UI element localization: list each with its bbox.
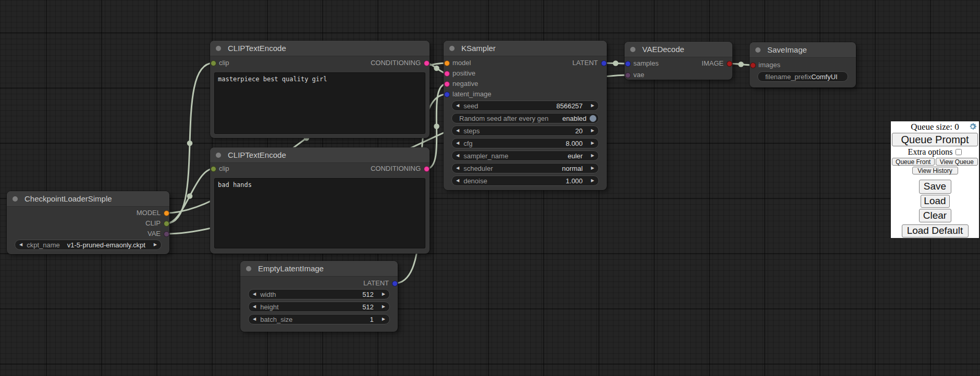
increment-arrow-icon[interactable]: ▶ xyxy=(378,302,389,312)
input-port-latent-image[interactable] xyxy=(444,92,450,97)
widget-value: enabled xyxy=(562,115,586,122)
node-title-text: CLIPTextEncode xyxy=(228,41,286,56)
decrement-arrow-icon[interactable]: ◀ xyxy=(249,302,260,312)
decrement-arrow-icon[interactable]: ◀ xyxy=(452,151,463,161)
node-graph-layer: CheckpointLoaderSimpleMODELCLIPVAE◀ckpt_… xyxy=(0,0,980,376)
node-title-bar[interactable]: SaveImage xyxy=(750,42,856,58)
widget-filename-prefix[interactable]: filename_prefixComfyUI xyxy=(757,71,848,82)
queue-size-label: Queue size: 0 xyxy=(911,122,959,132)
view-queue-button[interactable]: View Queue xyxy=(936,158,978,166)
widget-cfg[interactable]: ◀cfg8.000▶ xyxy=(451,138,599,148)
collapse-dot-icon[interactable] xyxy=(246,266,251,271)
widget-steps[interactable]: ◀steps20▶ xyxy=(451,126,599,136)
widget-ckpt-name[interactable]: ◀ckpt_namev1-5-pruned-emaonly.ckpt▶ xyxy=(15,240,162,250)
node-title-bar[interactable]: EmptyLatentImage xyxy=(240,261,398,277)
increment-arrow-icon[interactable]: ▶ xyxy=(587,138,598,148)
widget-value: 512 xyxy=(362,303,374,311)
widget-height[interactable]: ◀height512▶ xyxy=(248,302,390,312)
queue-front-row: Queue Front View Queue xyxy=(892,158,978,166)
node-title-text: KSampler xyxy=(461,41,496,56)
input-port-label: vae xyxy=(633,71,644,79)
node-save-image[interactable]: SaveImageimagesfilename_prefixComfyUI xyxy=(750,42,856,87)
view-history-button[interactable]: View History xyxy=(912,167,958,174)
widget-value: 1 xyxy=(370,316,374,323)
output-port-label: CLIP xyxy=(145,219,161,227)
input-port-model[interactable] xyxy=(444,60,450,66)
widget-seed[interactable]: ◀seed8566257▶ xyxy=(451,101,599,111)
decrement-arrow-icon[interactable]: ◀ xyxy=(452,101,463,111)
input-port-clip[interactable] xyxy=(211,60,216,66)
node-vae-decode[interactable]: VAEDecodesamplesvaeIMAGE xyxy=(624,42,732,80)
input-port-samples[interactable] xyxy=(625,61,631,67)
increment-arrow-icon[interactable]: ▶ xyxy=(150,240,161,250)
node-title-bar[interactable]: CheckpointLoaderSimple xyxy=(7,191,169,207)
widget-label: width xyxy=(260,291,276,298)
widget-denoise[interactable]: ◀denoise1.000▶ xyxy=(451,176,599,186)
settings-gear-icon[interactable] xyxy=(968,122,977,131)
decrement-arrow-icon[interactable]: ◀ xyxy=(452,176,463,186)
input-port-clip[interactable] xyxy=(211,166,216,172)
input-port-label: positive xyxy=(452,69,475,77)
output-port-latent[interactable] xyxy=(601,60,607,66)
decrement-arrow-icon[interactable]: ◀ xyxy=(452,163,463,173)
widget-sampler-name[interactable]: ◀sampler_nameeuler▶ xyxy=(451,151,599,161)
increment-arrow-icon[interactable]: ▶ xyxy=(587,101,598,111)
node-title-bar[interactable]: KSampler xyxy=(444,41,607,56)
node-clip-text-encode-positive[interactable]: CLIPTextEncodeclipCONDITIONINGmasterpiec… xyxy=(210,41,430,138)
input-port-vae[interactable] xyxy=(625,72,631,78)
extra-options-label: Extra options xyxy=(908,147,953,157)
collapse-dot-icon[interactable] xyxy=(755,47,761,53)
collapse-dot-icon[interactable] xyxy=(630,47,635,52)
save-button[interactable]: Save xyxy=(919,180,951,193)
input-port-label: clip xyxy=(219,165,229,172)
decrement-arrow-icon[interactable]: ◀ xyxy=(15,240,27,250)
increment-arrow-icon[interactable]: ▶ xyxy=(587,163,598,173)
input-port-positive[interactable] xyxy=(444,71,450,77)
clear-button[interactable]: Clear xyxy=(919,209,951,222)
node-empty-latent-image[interactable]: EmptyLatentImageLATENT◀width512▶◀height5… xyxy=(240,261,398,332)
load-default-button[interactable]: Load Default xyxy=(902,224,969,237)
load-button[interactable]: Load xyxy=(921,195,950,208)
widget-label: scheduler xyxy=(463,165,493,172)
output-port-latent[interactable] xyxy=(392,281,398,286)
queue-prompt-button[interactable]: Queue Prompt xyxy=(892,133,978,146)
comfyui-canvas[interactable]: { "canvas": { "wire_color": "#b9c6b2", "… xyxy=(0,0,980,376)
output-port-clip[interactable] xyxy=(164,221,169,227)
output-port-conditioning[interactable] xyxy=(424,60,430,66)
output-port-image[interactable] xyxy=(727,61,732,67)
decrement-arrow-icon[interactable]: ◀ xyxy=(249,289,260,299)
toggle-dot[interactable] xyxy=(590,115,596,122)
widget-batch-size[interactable]: ◀batch_size1▶ xyxy=(248,314,390,324)
collapse-dot-icon[interactable] xyxy=(13,196,18,202)
prompt-textarea[interactable]: masterpiece best quality girl xyxy=(214,72,425,134)
node-title-bar[interactable]: CLIPTextEncode xyxy=(210,147,430,163)
widget-random-seed-after-every-gen[interactable]: Random seed after every genenabled xyxy=(451,113,599,123)
extra-options-checkbox[interactable] xyxy=(956,149,962,155)
collapse-dot-icon[interactable] xyxy=(449,46,455,51)
widget-width[interactable]: ◀width512▶ xyxy=(248,289,390,299)
queue-front-button[interactable]: Queue Front xyxy=(892,158,935,166)
output-port-model[interactable] xyxy=(164,210,169,216)
increment-arrow-icon[interactable]: ▶ xyxy=(587,126,598,136)
node-ksampler[interactable]: KSamplermodelpositivenegativelatent_imag… xyxy=(444,41,607,190)
output-port-vae[interactable] xyxy=(164,231,169,237)
decrement-arrow-icon[interactable]: ◀ xyxy=(249,314,260,324)
collapse-dot-icon[interactable] xyxy=(216,46,221,51)
decrement-arrow-icon[interactable]: ◀ xyxy=(452,138,463,148)
node-checkpoint-loader[interactable]: CheckpointLoaderSimpleMODELCLIPVAE◀ckpt_… xyxy=(7,191,169,254)
input-port-label: negative xyxy=(452,80,478,87)
widget-scheduler[interactable]: ◀schedulernormal▶ xyxy=(451,163,599,173)
increment-arrow-icon[interactable]: ▶ xyxy=(587,151,598,161)
node-clip-text-encode-negative[interactable]: CLIPTextEncodeclipCONDITIONINGbad hands xyxy=(210,147,430,254)
prompt-textarea[interactable]: bad hands xyxy=(214,178,425,248)
node-title-bar[interactable]: VAEDecode xyxy=(624,42,732,57)
increment-arrow-icon[interactable]: ▶ xyxy=(378,314,389,324)
output-port-conditioning[interactable] xyxy=(424,166,430,172)
decrement-arrow-icon[interactable]: ◀ xyxy=(452,126,463,136)
input-port-images[interactable] xyxy=(750,62,756,68)
increment-arrow-icon[interactable]: ▶ xyxy=(587,176,598,186)
node-title-bar[interactable]: CLIPTextEncode xyxy=(210,41,430,56)
increment-arrow-icon[interactable]: ▶ xyxy=(378,289,389,299)
input-port-negative[interactable] xyxy=(444,81,450,87)
collapse-dot-icon[interactable] xyxy=(216,153,221,158)
